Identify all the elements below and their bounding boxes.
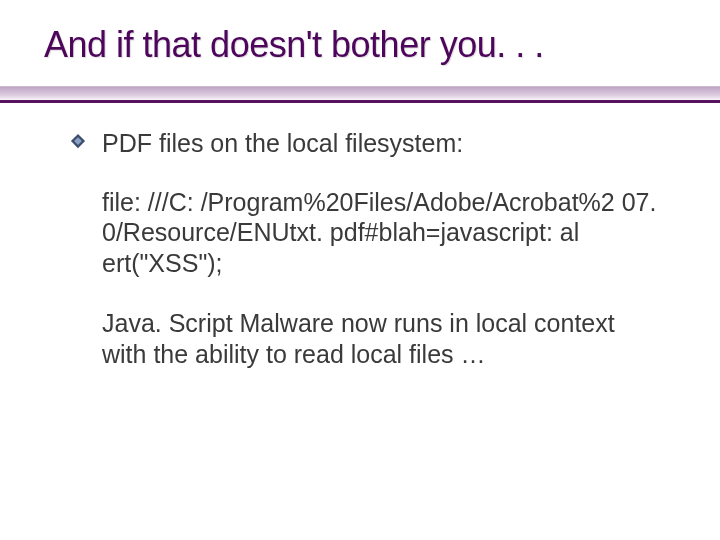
bullet-item: PDF files on the local filesystem: <box>74 128 666 159</box>
slide-title: And if that doesn't bother you. . . <box>44 24 544 66</box>
body-note: Java. Script Malware now runs in local c… <box>74 308 666 369</box>
slide-body: PDF files on the local filesystem: file:… <box>74 128 666 369</box>
bullet-text: PDF files on the local filesystem: <box>102 129 463 157</box>
title-underline <box>0 86 720 103</box>
slide: And if that doesn't bother you. . . PDF … <box>0 0 720 540</box>
code-sample: file: ///C: /Program%20Files/Adobe/Acrob… <box>74 187 666 279</box>
diamond-bullet-icon <box>70 134 86 150</box>
